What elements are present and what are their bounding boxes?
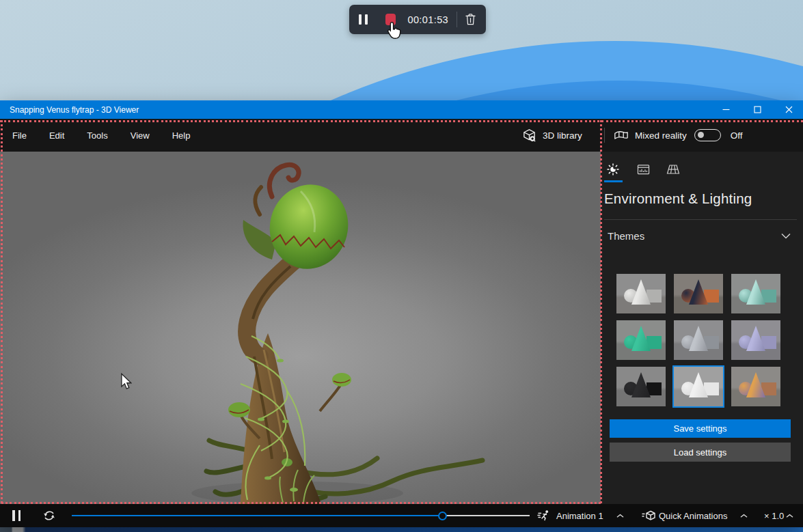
themes-label: Themes — [608, 230, 644, 242]
3d-library-button[interactable]: 3D library — [522, 119, 582, 152]
timeline-slider[interactable] — [72, 504, 530, 527]
cube-search-icon — [522, 128, 536, 143]
mixed-reality-state: Off — [731, 130, 743, 141]
menu-bar: File Edit Tools View Help 3D library — [0, 119, 803, 152]
theme-preview — [731, 274, 780, 313]
save-settings-label: Save settings — [673, 423, 726, 434]
quick-animations-icon — [641, 504, 656, 527]
loop-icon — [42, 509, 57, 522]
recording-timer: 00:01:53 — [407, 14, 448, 25]
maximize-icon — [754, 106, 761, 113]
mixed-reality-toggle[interactable] — [694, 129, 721, 141]
theme-preview — [731, 367, 780, 406]
minimize-icon — [722, 106, 730, 113]
theme-thumbnail[interactable] — [672, 272, 724, 315]
theme-preview — [674, 320, 723, 360]
toolbar-divider — [457, 12, 457, 27]
perspective-grid-icon — [666, 164, 680, 175]
window-title: Snapping Venus flytrap - 3D Viewer — [10, 105, 139, 115]
panel-divider — [604, 219, 797, 220]
recording-toolbar: 00:01:53 — [349, 5, 486, 34]
hand-cursor-icon — [385, 20, 403, 42]
menubar-separator — [604, 128, 605, 143]
3d-viewport[interactable] — [0, 152, 602, 504]
chevron-up-icon[interactable] — [786, 504, 793, 527]
theme-thumbnail[interactable] — [615, 272, 667, 315]
close-icon — [785, 106, 793, 113]
minimize-button[interactable] — [711, 100, 741, 119]
tab-grid[interactable] — [663, 159, 683, 180]
theme-preview — [674, 367, 723, 406]
timeline-fill — [72, 515, 443, 517]
theme-preview — [731, 320, 780, 360]
recording-region-border-top — [0, 120, 803, 122]
3d-library-label: 3D library — [543, 130, 582, 141]
toggle-knob — [698, 132, 704, 138]
theme-thumbnail[interactable] — [672, 365, 724, 408]
3d-viewer-window: Snapping Venus flytrap - 3D Viewer File … — [0, 100, 803, 527]
animation-select[interactable]: Animation 1 — [556, 504, 603, 527]
sun-icon — [606, 163, 620, 176]
timeline-thumb[interactable] — [438, 512, 447, 520]
panel-title: Environment & Lighting — [604, 191, 752, 207]
save-settings-button[interactable]: Save settings — [610, 419, 791, 438]
quick-animations-select[interactable]: Quick Animations — [659, 504, 727, 527]
theme-grid — [615, 272, 782, 408]
theme-thumbnail[interactable] — [730, 319, 782, 361]
menu-item-file[interactable]: File — [10, 129, 29, 142]
playback-bar: Animation 1 Quick Animations × 1.0 — [0, 504, 803, 527]
theme-preview — [616, 367, 666, 406]
recording-region-border-right — [600, 120, 602, 503]
tab-environment-lighting[interactable] — [603, 159, 623, 180]
theme-thumbnail[interactable] — [730, 365, 782, 408]
menu-item-help[interactable]: Help — [169, 129, 193, 142]
arrow-cursor-icon — [120, 373, 132, 390]
mixed-reality-control: Mixed reality Off — [614, 119, 743, 152]
discard-recording-button[interactable] — [465, 13, 476, 26]
load-settings-label: Load settings — [674, 447, 726, 458]
menu-item-tools[interactable]: Tools — [84, 129, 110, 142]
theme-preview — [674, 274, 723, 313]
venus-flytrap-model[interactable] — [0, 152, 602, 504]
animation-icon — [537, 504, 551, 527]
active-tab-underline — [604, 180, 623, 182]
playback-pause-button[interactable] — [12, 510, 21, 521]
theme-thumbnail[interactable] — [730, 272, 782, 315]
theme-thumbnail[interactable] — [615, 365, 667, 408]
theme-thumbnail[interactable] — [672, 319, 724, 361]
menu-item-edit[interactable]: Edit — [46, 129, 67, 142]
recording-region-border-bottom — [1, 502, 601, 504]
chevron-up-icon[interactable] — [616, 504, 624, 527]
theme-preview — [616, 274, 666, 313]
settings-panel: Environment & Lighting Themes Save setti… — [601, 152, 803, 504]
chevron-up-icon[interactable] — [740, 504, 748, 527]
stats-panel-icon — [637, 164, 650, 176]
load-settings-button[interactable]: Load settings — [610, 443, 791, 462]
close-button[interactable] — [774, 100, 803, 119]
mixed-reality-label: Mixed reality — [635, 130, 687, 141]
title-bar[interactable]: Snapping Venus flytrap - 3D Viewer — [0, 100, 803, 119]
tab-stats[interactable] — [633, 159, 653, 180]
loop-button[interactable] — [42, 509, 57, 522]
recording-pause-button[interactable] — [359, 14, 368, 25]
mixed-reality-icon — [614, 129, 629, 142]
menu-item-view[interactable]: View — [128, 129, 152, 142]
theme-preview — [616, 320, 666, 360]
trash-icon — [465, 13, 476, 26]
playback-speed-select[interactable]: × 1.0 — [764, 504, 784, 527]
recording-region-border-left — [1, 120, 3, 503]
theme-thumbnail[interactable] — [615, 319, 667, 361]
themes-section-header[interactable]: Themes — [608, 227, 791, 244]
maximize-button[interactable] — [742, 100, 773, 119]
chevron-down-icon — [781, 233, 791, 239]
